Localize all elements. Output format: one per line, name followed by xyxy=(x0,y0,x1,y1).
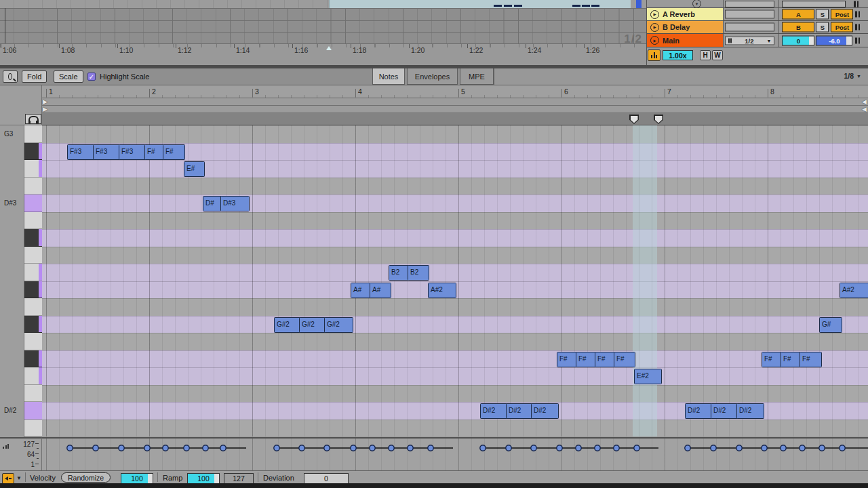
deviation-field[interactable]: 0 xyxy=(304,473,349,484)
piano-key-F2[interactable] xyxy=(24,367,42,385)
play-icon[interactable]: ▶ xyxy=(650,36,659,45)
lane-menu-chevron-icon[interactable]: ▼ xyxy=(16,475,22,481)
grid-size-selector[interactable]: 1/8▼ xyxy=(844,72,861,80)
track-activator-icon[interactable] xyxy=(855,37,860,43)
midi-note-G#[interactable]: G# xyxy=(819,317,842,333)
piano-key-D#3[interactable] xyxy=(24,195,42,212)
midi-note-F#3[interactable]: F#3 xyxy=(67,144,96,160)
velocity-marker[interactable] xyxy=(840,445,845,451)
velocity-marker[interactable] xyxy=(324,445,330,451)
return-b-routing-button[interactable]: Post xyxy=(831,22,853,33)
midi-note-D#2[interactable]: D#2 xyxy=(685,403,713,419)
midi-note-F#[interactable]: F# xyxy=(614,352,635,367)
return-b-solo-button[interactable]: S xyxy=(816,22,829,33)
piano-key-A#2[interactable] xyxy=(24,281,42,299)
velocity-markers[interactable] xyxy=(42,439,868,470)
midi-note-F#3[interactable]: F#3 xyxy=(119,144,148,160)
velocity-marker[interactable] xyxy=(781,445,786,451)
tab-notes[interactable]: Notes xyxy=(372,68,405,85)
arrangement-time-ruler[interactable]: 1:061:081:101:121:141:161:181:201:221:24… xyxy=(0,43,646,65)
piano-key-D2[interactable] xyxy=(24,420,42,437)
clip-start-arrow-icon[interactable]: ▶ xyxy=(43,98,47,106)
midi-note-A#2[interactable]: A#2 xyxy=(428,283,456,298)
fold-button[interactable]: Fold xyxy=(22,70,47,83)
velocity-marker[interactable] xyxy=(762,445,767,451)
midi-note-D#2[interactable]: D#2 xyxy=(531,403,559,419)
velocity-marker[interactable] xyxy=(685,445,690,451)
main-volume[interactable]: -6.0 xyxy=(816,35,852,45)
return-b-send-button[interactable]: B xyxy=(782,22,814,33)
scrub-marker-lane[interactable] xyxy=(42,113,868,125)
track-activator-icon[interactable] xyxy=(854,1,859,7)
piano-key-G2[interactable] xyxy=(24,333,42,350)
track-slider[interactable] xyxy=(725,1,775,7)
piano-key-D#2[interactable] xyxy=(24,402,42,420)
velocity-marker[interactable] xyxy=(67,445,73,451)
piano-key-F#3[interactable] xyxy=(24,143,42,161)
midi-note-D#2[interactable]: D#2 xyxy=(711,403,739,419)
midi-note-F#[interactable]: F# xyxy=(163,144,185,160)
velocity-marker[interactable] xyxy=(203,445,208,451)
midi-note-G#2[interactable]: G#2 xyxy=(274,317,302,333)
note-grid[interactable]: F#3F#3F#3F#F#E#D#D#3G#2G#2G#2A#A#B2B2A#2… xyxy=(42,125,868,436)
midi-note-D#3[interactable]: D#3 xyxy=(220,196,250,211)
randomize-amount-field[interactable]: 100 xyxy=(121,473,153,484)
midi-note-D#2[interactable]: D#2 xyxy=(480,403,509,419)
main-send-amount[interactable]: 0 xyxy=(782,35,814,45)
midi-note-G#2[interactable]: G#2 xyxy=(299,317,328,333)
quantize-dropdown[interactable]: 1/2 ▼ xyxy=(725,36,775,45)
loop-end-arrow-icon[interactable]: ◀ xyxy=(862,106,867,113)
velocity-marker[interactable] xyxy=(389,445,394,451)
velocity-marker[interactable] xyxy=(506,445,511,451)
play-icon[interactable]: ▶ xyxy=(650,23,659,32)
audition-speaker-icon[interactable] xyxy=(648,49,660,61)
velocity-marker[interactable] xyxy=(480,445,486,451)
midi-note-D#2[interactable]: D#2 xyxy=(506,403,534,419)
chevron-down-icon[interactable]: ▼ xyxy=(692,0,701,8)
velocity-marker[interactable] xyxy=(634,445,639,451)
play-icon[interactable]: ▶ xyxy=(650,10,659,19)
velocity-marker[interactable] xyxy=(163,445,168,451)
piano-key-G#2[interactable] xyxy=(24,316,42,333)
piano-key-C#3[interactable] xyxy=(24,229,42,247)
velocity-marker[interactable] xyxy=(557,445,562,451)
playback-speed-field[interactable]: 1.00x xyxy=(663,50,693,60)
velocity-marker[interactable] xyxy=(736,445,742,451)
velocity-marker[interactable] xyxy=(274,445,279,451)
piano-key-F#2[interactable] xyxy=(24,350,42,368)
velocity-marker[interactable] xyxy=(531,445,536,451)
piano-key-E3[interactable] xyxy=(24,178,42,195)
midi-note-F#3[interactable]: F#3 xyxy=(93,144,122,160)
velocity-marker[interactable] xyxy=(144,445,150,451)
arrangement-track-lanes[interactable] xyxy=(0,8,646,43)
velocity-marker[interactable] xyxy=(220,445,226,451)
zoom-width-button[interactable]: W xyxy=(712,50,723,60)
velocity-lane[interactable] xyxy=(42,437,868,470)
loop-brace-lane[interactable]: ▶ ◀ xyxy=(42,106,868,113)
midi-note-G#2[interactable]: G#2 xyxy=(324,317,353,333)
arrangement-clip-lane[interactable] xyxy=(0,0,646,8)
velocity-marker[interactable] xyxy=(351,445,356,451)
piano-key-D3[interactable] xyxy=(24,212,42,230)
piano-key-B2[interactable] xyxy=(24,264,42,281)
search-zoom-button[interactable] xyxy=(3,70,18,83)
velocity-marker[interactable] xyxy=(184,445,189,451)
return-a-send-button[interactable]: A xyxy=(782,9,814,20)
loop-start-arrow-icon[interactable]: ▶ xyxy=(43,106,47,113)
piano-key-E2[interactable] xyxy=(24,385,42,403)
scale-button[interactable]: Scale xyxy=(54,70,83,83)
velocity-marker[interactable] xyxy=(93,445,98,451)
velocity-marker[interactable] xyxy=(119,445,124,451)
velocity-marker[interactable] xyxy=(299,445,304,451)
track-activator-icon[interactable] xyxy=(855,24,860,30)
main-track-title[interactable]: ▶ Main xyxy=(647,34,724,47)
velocity-marker[interactable] xyxy=(408,445,413,451)
midi-note-A#[interactable]: A# xyxy=(370,283,391,298)
locator-flag-icon[interactable] xyxy=(654,115,663,124)
return-a-routing-button[interactable]: Post xyxy=(831,9,853,20)
return-a-solo-button[interactable]: S xyxy=(816,9,829,20)
piano-key-G3[interactable] xyxy=(24,125,42,143)
midi-note-D#2[interactable]: D#2 xyxy=(736,403,764,419)
midi-note-E#[interactable]: E# xyxy=(184,161,205,177)
track-activator-icon[interactable] xyxy=(855,12,860,18)
